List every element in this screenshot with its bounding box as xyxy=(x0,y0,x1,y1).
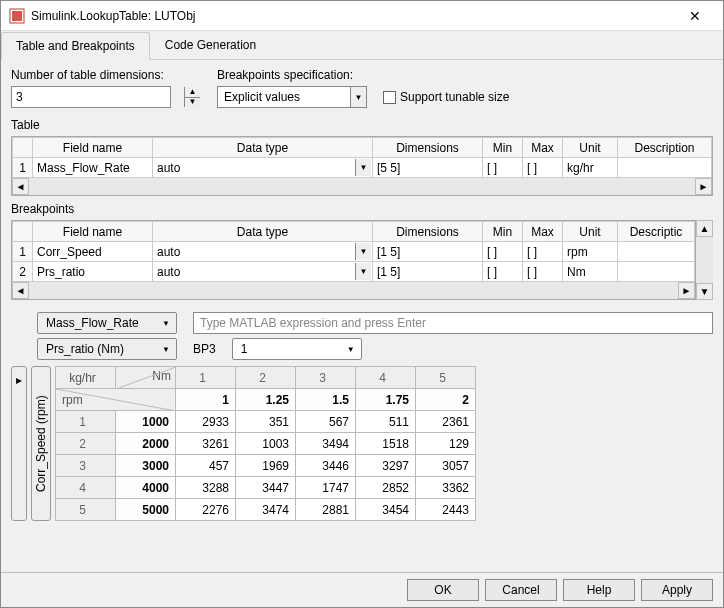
spin-up[interactable]: ▲ xyxy=(184,87,200,98)
bp-spec-combo[interactable]: Explicit values ▼ xyxy=(217,86,367,108)
scroll-right-icon[interactable]: ► xyxy=(678,282,695,299)
chevron-down-icon: ▼ xyxy=(347,345,355,354)
col-unit[interactable]: Unit xyxy=(563,138,618,158)
table-grid: Field name Data type Dimensions Min Max … xyxy=(11,136,713,196)
bp-vscroll[interactable]: ▲ ▼ xyxy=(696,220,713,300)
table-row[interactable]: 2 Prs_ratio auto▼ [1 5] [ ] [ ] Nm xyxy=(13,262,695,282)
tab-bar: Table and Breakpoints Code Generation xyxy=(1,31,723,60)
svg-rect-1 xyxy=(12,11,22,21)
bp-spec-value: Explicit values xyxy=(224,90,300,104)
data-viewer: ▸ Corr_Speed (rpm) kg/hr Nm 1 2 3 4 5 xyxy=(11,366,713,521)
breakpoints-grid: Field name Data type Dimensions Min Max … xyxy=(11,220,696,300)
row-axis-label: Corr_Speed (rpm) xyxy=(31,366,51,521)
window-title: Simulink.LookupTable: LUTObj xyxy=(31,9,675,23)
tab-table-breakpoints[interactable]: Table and Breakpoints xyxy=(1,32,150,60)
bp3-selector[interactable]: 1▼ xyxy=(232,338,362,360)
corner-unit-bottom: rpm xyxy=(56,389,176,411)
help-button[interactable]: Help xyxy=(563,579,635,601)
corner-unit-top: kg/hr xyxy=(56,367,116,389)
col-rownum xyxy=(13,138,33,158)
view-slice-selector[interactable]: Prs_ratio (Nm)▼ xyxy=(37,338,177,360)
scroll-right-icon[interactable]: ► xyxy=(695,178,712,195)
support-tunable-checkbox[interactable]: Support tunable size xyxy=(383,90,509,104)
scroll-down-icon[interactable]: ▼ xyxy=(696,283,713,300)
scroll-left-icon[interactable]: ◄ xyxy=(12,178,29,195)
num-dims-spinner[interactable]: ▲▼ xyxy=(11,86,201,108)
tab-code-generation[interactable]: Code Generation xyxy=(150,31,271,59)
view-row-selector[interactable]: Mass_Flow_Rate▼ xyxy=(37,312,177,334)
chevron-down-icon: ▼ xyxy=(162,345,170,354)
datatype-cell[interactable]: auto▼ xyxy=(153,158,373,178)
button-bar: OK Cancel Help Apply xyxy=(1,572,723,607)
col-datatype[interactable]: Data type xyxy=(153,138,373,158)
col-dimensions[interactable]: Dimensions xyxy=(373,138,483,158)
bp-spec-label: Breakpoints specification: xyxy=(217,68,353,82)
chevron-down-icon[interactable]: ▼ xyxy=(355,159,371,176)
corner-unit-right: Nm xyxy=(116,367,176,389)
tab-content: Number of table dimensions: Breakpoints … xyxy=(1,60,723,572)
col-fieldname[interactable]: Field name xyxy=(33,138,153,158)
col-max[interactable]: Max xyxy=(523,138,563,158)
scroll-left-icon[interactable]: ◄ xyxy=(12,282,29,299)
table-row[interactable]: 1 Mass_Flow_Rate auto▼ [5 5] [ ] [ ] kg/… xyxy=(13,158,712,178)
chevron-down-icon[interactable]: ▼ xyxy=(350,87,366,107)
bp-section-label: Breakpoints xyxy=(11,202,713,216)
spin-down[interactable]: ▼ xyxy=(184,98,200,108)
svg-line-3 xyxy=(56,389,175,410)
ok-button[interactable]: OK xyxy=(407,579,479,601)
dialog-window: Simulink.LookupTable: LUTObj ✕ Table and… xyxy=(0,0,724,608)
col-desc[interactable]: Description xyxy=(618,138,712,158)
expand-grip[interactable]: ▸ xyxy=(11,366,27,521)
chevron-down-icon: ▼ xyxy=(162,319,170,328)
checkbox-box[interactable] xyxy=(383,91,396,104)
svg-line-2 xyxy=(116,367,175,388)
scroll-up-icon[interactable]: ▲ xyxy=(696,220,713,237)
support-tunable-label: Support tunable size xyxy=(400,90,509,104)
cancel-button[interactable]: Cancel xyxy=(485,579,557,601)
bp3-label: BP3 xyxy=(193,342,216,356)
table-row[interactable]: 1 Corr_Speed auto▼ [1 5] [ ] [ ] rpm xyxy=(13,242,695,262)
apply-button[interactable]: Apply xyxy=(641,579,713,601)
table-section-label: Table xyxy=(11,118,713,132)
bp-hscroll[interactable]: ◄ ► xyxy=(12,282,695,299)
close-button[interactable]: ✕ xyxy=(675,8,715,24)
col-min[interactable]: Min xyxy=(483,138,523,158)
table-hscroll[interactable]: ◄ ► xyxy=(12,178,712,195)
chevron-down-icon[interactable]: ▼ xyxy=(355,263,371,280)
simulink-icon xyxy=(9,8,25,24)
num-dims-input[interactable] xyxy=(11,86,171,108)
chevron-down-icon[interactable]: ▼ xyxy=(355,243,371,260)
num-dims-label: Number of table dimensions: xyxy=(11,68,201,82)
titlebar: Simulink.LookupTable: LUTObj ✕ xyxy=(1,1,723,31)
expression-input[interactable]: Type MATLAB expression and press Enter xyxy=(193,312,713,334)
